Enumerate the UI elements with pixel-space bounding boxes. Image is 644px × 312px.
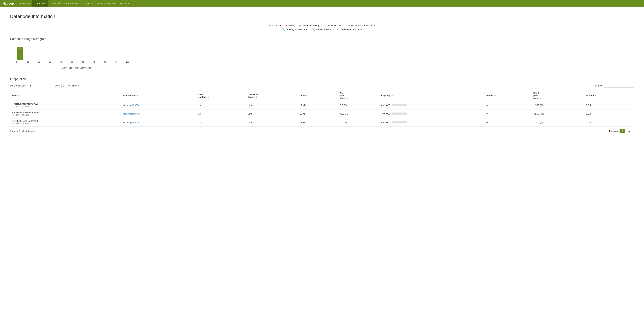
- next-button[interactable]: Next: [626, 129, 634, 133]
- legend-decommissioned-dead: ⊘ Decommissioned & dead: [348, 24, 376, 27]
- page-1-button[interactable]: 1: [620, 129, 625, 133]
- table-controls-left: DataNode State All In service Down Decom…: [10, 84, 79, 88]
- in-operation-title: In operation: [10, 77, 634, 81]
- search-input[interactable]: [604, 84, 634, 88]
- x-axis-title: Disk usage of each DataNode (%): [17, 67, 138, 69]
- cell-blocks-0: 0: [485, 101, 532, 109]
- legend-in-maintenance-dead-label: In Maintenance & dead: [340, 28, 362, 31]
- decommissioned-dead-icon: ⊘: [348, 24, 350, 27]
- navbar: Hadoop OverviewDatanodesDatanode Volume …: [0, 0, 644, 7]
- http-link-1[interactable]: http://Master:9864: [122, 112, 140, 115]
- legend-decommissioning: ◎ Decommissioning: [299, 24, 319, 27]
- cell-http-1[interactable]: http://Master:9864: [121, 109, 197, 118]
- in-operation-section: In operation DataNode State All In servi…: [10, 77, 634, 133]
- col-http: Http Address ⇅: [121, 90, 197, 101]
- legend-in-service: ✔ In service: [268, 24, 281, 27]
- legend-decommissioning-label: Decommissioning: [302, 24, 319, 27]
- legend-decommissioned: ⊘ Decommissioned: [324, 24, 343, 27]
- histogram-section: Datanode usage histogram 3 0 10 20 30 40…: [10, 37, 634, 69]
- http-link-0[interactable]: http://hdp03:9864: [122, 104, 139, 106]
- cell-capacity-2: 49.98 GB: [380, 118, 485, 127]
- table-controls: DataNode State All In service Down Decom…: [10, 84, 634, 88]
- cell-capacity-0: 49.98 GB: [380, 101, 485, 109]
- cell-non-dfs-0: 3.6 GB: [338, 101, 380, 109]
- decommissioned-icon: ⊘: [324, 24, 326, 27]
- x-axis-labels: 0 10 20 30 40 50 60 70 80 90 100: [17, 61, 138, 64]
- col-version: Version ⇅: [584, 90, 634, 101]
- col-used: Used ⇅: [298, 90, 338, 101]
- cell-last-contact-2: 2s: [197, 118, 246, 127]
- cell-version-0: 3.3.4: [584, 101, 634, 109]
- col-blocks: Blocks ⇅: [485, 90, 532, 101]
- search-label: Search:: [595, 84, 602, 87]
- x-label-0: 0: [16, 61, 17, 63]
- decommissioning-icon: ◎: [299, 24, 301, 27]
- cell-http-2[interactable]: http://hdp02:9864: [121, 118, 197, 127]
- nav-item-datanodes[interactable]: Datanodes: [32, 0, 48, 7]
- page-title: Datanode Information: [10, 14, 634, 19]
- main-content: Datanode Information ✔ In service ● Down…: [0, 7, 644, 140]
- http-link-2[interactable]: http://hdp02:9864: [122, 121, 139, 124]
- cell-version-2: 3.3.4: [584, 118, 634, 127]
- nav-item-startup-progress[interactable]: Startup Progress: [96, 0, 118, 7]
- cell-node-2: ✔ /default-rack/hdp02:9866(192.168.21.26…: [10, 118, 121, 127]
- table-body: ✔ /default-rack/hdp03:9866(192.168.21.27…: [10, 101, 634, 127]
- col-nondfsused: NonDFSUsed ⇅: [338, 90, 380, 101]
- down-icon: ●: [286, 24, 287, 27]
- entering-maintenance-icon: 🔧: [282, 28, 285, 31]
- x-label-100: 100: [126, 61, 129, 63]
- legend-row-1: ✔ In service ● Down ◎ Decommissioning ⊘ …: [268, 24, 375, 27]
- x-label-10: 10: [27, 61, 29, 63]
- histogram-bar-0: 3: [17, 47, 23, 60]
- nav-item-snapshot[interactable]: Snapshot: [81, 0, 96, 7]
- prev-button[interactable]: Previous: [607, 129, 620, 133]
- cell-used-1: 12 KB: [298, 109, 338, 118]
- cell-node-0: ✔ /default-rack/hdp03:9866(192.168.21.27…: [10, 101, 121, 109]
- cell-last-block-report-2: 11m: [246, 118, 298, 127]
- cell-blocks-1: 0: [485, 109, 532, 118]
- col-node: Node ⇅: [10, 90, 121, 101]
- table-header: Node ⇅ Http Address ⇅ Lastcontact ⇅ Last…: [10, 90, 634, 101]
- show-label: Show: [55, 84, 60, 87]
- nav-item-overview[interactable]: Overview: [18, 0, 32, 7]
- cell-non-dfs-1: 4.23 GB: [338, 109, 380, 118]
- cell-http-0[interactable]: http://hdp03:9864: [121, 101, 197, 109]
- legend-down: ● Down: [286, 24, 294, 27]
- table-row: ✔ /default-rack/Master:9866(192.168.21.2…: [10, 109, 634, 118]
- x-label-80: 80: [104, 61, 106, 63]
- legend-decommissioned-label: Decommissioned: [326, 24, 343, 27]
- in-maintenance-dead-icon: 🔧: [336, 28, 338, 31]
- cell-last-contact-0: 2s: [197, 101, 246, 109]
- x-label-40: 40: [60, 61, 62, 63]
- cell-used-2: 12 KB: [298, 118, 338, 127]
- table-controls-right: Search:: [595, 84, 634, 88]
- state-label: DataNode State: [10, 84, 26, 87]
- pagination: Showing 1 to 3 of 3 entries Previous 1 N…: [10, 129, 634, 133]
- cell-block-pool-used-1: 12 KB (0%): [532, 109, 584, 118]
- legend-in-maintenance-label: In Maintenance: [316, 28, 331, 31]
- col-lastcontact: Lastcontact ⇅: [197, 90, 246, 101]
- nav-item-datanode-volume-failures[interactable]: Datanode Volume Failures: [48, 0, 81, 7]
- cell-last-block-report-1: 11m: [246, 109, 298, 118]
- datanode-state-select[interactable]: All In service Down Decommissioning Deco…: [27, 84, 50, 88]
- nav-items: OverviewDatanodesDatanode Volume Failure…: [18, 0, 132, 7]
- nav-brand: Hadoop: [3, 2, 14, 5]
- cell-last-contact-1: 2s: [197, 109, 246, 118]
- x-label-90: 90: [116, 61, 118, 63]
- nav-item-utilities[interactable]: Utilities▾: [118, 0, 132, 7]
- cell-version-1: 3.3.4: [584, 109, 634, 118]
- entries-label: entries: [72, 84, 79, 87]
- legend-decommissioned-dead-label: Decommissioned & dead: [351, 24, 376, 27]
- col-lastblockreport: Last BlockReport ⇅: [246, 90, 298, 101]
- datanode-table: Node ⇅ Http Address ⇅ Lastcontact ⇅ Last…: [10, 90, 634, 127]
- in-service-icon: ✔: [268, 24, 270, 27]
- col-capacity: Capacity ⇅: [380, 90, 485, 101]
- x-label-50: 50: [71, 61, 73, 63]
- histogram-title: Datanode usage histogram: [10, 37, 634, 41]
- cell-capacity-1: 49.98 GB: [380, 109, 485, 118]
- show-entries-select[interactable]: 25 10 50 100: [62, 84, 71, 88]
- x-label-30: 30: [49, 61, 51, 63]
- legend-down-label: Down: [288, 24, 294, 27]
- cell-used-0: 12 KB: [298, 101, 338, 109]
- legend: ✔ In service ● Down ◎ Decommissioning ⊘ …: [10, 24, 634, 31]
